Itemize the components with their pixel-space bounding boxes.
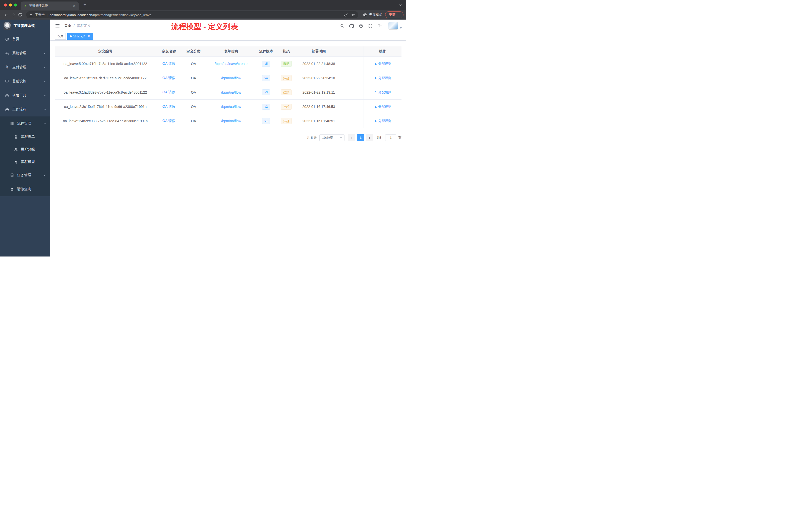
definition-name-link[interactable]: OA 请假 <box>163 90 175 94</box>
sidebar-item-payment[interactable]: ¥ 支付管理 <box>0 60 50 74</box>
sidebar-item-process-models[interactable]: 流程模型 <box>0 156 50 168</box>
favicon <box>24 4 27 7</box>
browser-tab[interactable]: 芋道管理系统 × <box>21 1 79 10</box>
incognito-icon <box>362 12 367 17</box>
form-link[interactable]: /bpm/oa/flow <box>221 90 241 94</box>
address-separator: | <box>47 13 48 17</box>
reload-button[interactable] <box>17 11 24 18</box>
chevron-down-icon <box>43 174 46 177</box>
new-tab-button[interactable]: + <box>81 1 88 8</box>
sidebar-item-process-forms[interactable]: 流程表单 <box>0 130 50 143</box>
version-tag: v1 <box>262 118 270 124</box>
github-icon[interactable] <box>349 24 354 28</box>
caret-down-icon <box>400 27 402 29</box>
search-icon[interactable] <box>340 24 345 28</box>
font-size-icon[interactable] <box>377 24 382 28</box>
gear-icon <box>5 51 9 56</box>
avatar[interactable] <box>388 22 398 30</box>
cell-deploy-time: 2022-01-16 01:40:51 <box>297 114 340 128</box>
help-icon[interactable] <box>359 24 363 28</box>
col-process-version: 流程版本 <box>257 47 275 57</box>
person-icon <box>10 187 14 191</box>
status-badge: 挂起 <box>281 104 292 110</box>
address-bar[interactable]: 不安全 | dashboard.yudao.iocoder.cn/bpm/man… <box>26 11 358 18</box>
url-host: dashboard.yudao.iocoder.cn <box>50 13 92 17</box>
minimize-window-button[interactable] <box>9 3 12 6</box>
kebab-menu-icon[interactable] <box>397 13 401 17</box>
form-link[interactable]: /bpm/oa/flow <box>221 76 241 80</box>
sidebar-item-user-groups[interactable]: 用户分组 <box>0 143 50 156</box>
definition-name-link[interactable]: OA 请假 <box>163 61 175 65</box>
incognito-badge: 无痕模式 <box>362 12 382 17</box>
update-label: 更新 <box>389 12 396 17</box>
form-link[interactable]: /bpm/oa/flow <box>221 119 241 123</box>
document-icon <box>14 135 18 139</box>
col-spacer <box>340 47 364 57</box>
version-tag: v5 <box>262 61 270 67</box>
tag-process-definition[interactable]: 流程定义 × <box>67 33 93 40</box>
sidebar-item-workflow[interactable]: 工作流程 <box>0 102 50 117</box>
warning-icon[interactable] <box>29 13 33 17</box>
chevron-down-icon <box>43 66 46 69</box>
assign-rule-button[interactable]: 分配规则 <box>374 104 392 109</box>
breadcrumb-separator: / <box>74 24 75 28</box>
back-button[interactable] <box>2 11 9 18</box>
fullscreen-icon[interactable] <box>368 24 373 28</box>
person-icon <box>374 119 377 122</box>
url-text[interactable]: dashboard.yudao.iocoder.cn/bpm/manager/d… <box>50 13 151 17</box>
forward-button[interactable] <box>9 11 17 18</box>
chevron-down-icon <box>43 94 46 97</box>
page-number-1[interactable]: 1 <box>357 134 364 141</box>
status-badge: 挂起 <box>281 118 292 124</box>
definition-name-link[interactable]: OA 请假 <box>163 104 175 109</box>
definition-name-link[interactable]: OA 请假 <box>163 76 175 80</box>
close-window-button[interactable] <box>4 3 7 6</box>
form-link[interactable]: /bpm/oa/leave/create <box>215 62 248 66</box>
update-button[interactable]: 更新 <box>385 11 404 18</box>
incognito-label: 无痕模式 <box>369 12 382 17</box>
sidebar-item-system[interactable]: 系统管理 <box>0 46 50 60</box>
definition-name-link[interactable]: OA 请假 <box>163 119 175 123</box>
select-caret-icon <box>340 137 342 139</box>
assign-rule-button[interactable]: 分配规则 <box>374 76 392 80</box>
sidebar-item-devtools[interactable]: 研发工具 <box>0 88 50 102</box>
assign-rule-button[interactable]: 分配规则 <box>374 90 392 95</box>
user-menu[interactable] <box>388 22 402 30</box>
assign-rule-button[interactable]: 分配规则 <box>374 61 392 66</box>
monitor-icon <box>5 79 9 84</box>
sidebar-item-process-management[interactable]: 流程管理 <box>0 117 50 130</box>
cell-category: OA <box>182 57 205 71</box>
cell-definition-id: oa_leave:2:3c1f0ef1-76b1-11ec-9c66-a2380… <box>55 99 156 114</box>
tag-close-icon[interactable]: × <box>87 35 91 38</box>
prev-page-button[interactable]: ‹ <box>348 134 355 141</box>
assign-rule-button[interactable]: 分配规则 <box>374 119 392 123</box>
sidebar-item-infrastructure[interactable]: 基础设施 <box>0 74 50 88</box>
col-definition-id: 定义编号 <box>55 47 156 57</box>
tab-search-chevron-icon[interactable] <box>399 3 403 7</box>
bookmark-star-icon[interactable] <box>351 13 355 17</box>
cell-definition-id: oa_leave:4:991f2193-7b7f-11ec-a3c8-acde4… <box>55 71 156 85</box>
password-key-icon[interactable] <box>344 13 348 17</box>
hamburger-icon[interactable] <box>54 23 61 29</box>
goto-page-input[interactable] <box>385 134 396 141</box>
sidebar-item-home[interactable]: 首页 <box>0 32 50 46</box>
sidebar-item-task-management[interactable]: 任务管理 <box>0 168 50 182</box>
next-page-button[interactable]: › <box>366 134 373 141</box>
maximize-window-button[interactable] <box>14 3 17 6</box>
breadcrumb-home[interactable]: 首页 <box>64 24 71 28</box>
toolbox-icon <box>5 93 9 98</box>
cell-definition-id: oa_leave:3:1fad3d93-7b75-11ec-a3c8-acde4… <box>55 85 156 99</box>
sidebar-item-leave-query[interactable]: 请假查询 <box>0 182 50 196</box>
security-label[interactable]: 不安全 <box>35 12 45 17</box>
pagination-total: 共 5 条 <box>307 135 317 140</box>
chevron-up-icon <box>43 108 46 111</box>
window-controls <box>4 3 17 6</box>
cell-deploy-time: 2022-01-22 21:48:38 <box>297 57 340 71</box>
tab-close-icon[interactable]: × <box>72 3 76 8</box>
workflow-submenu: 流程管理 流程表单 <box>0 117 50 196</box>
page-size-select[interactable]: 10条/页 <box>319 134 345 141</box>
yen-icon: ¥ <box>5 65 9 69</box>
list-icon <box>10 121 14 125</box>
tag-home[interactable]: 首页 <box>55 33 66 40</box>
form-link[interactable]: /bpm/oa/flow <box>221 105 241 109</box>
